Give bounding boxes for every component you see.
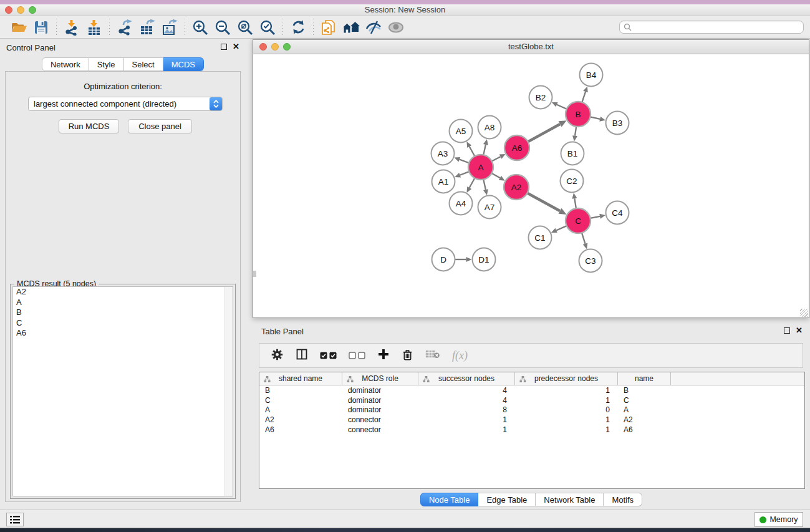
graph-edge-A2-C[interactable] <box>528 193 560 211</box>
graph-edge-B-B1[interactable] <box>575 127 576 136</box>
tab-style[interactable]: Style <box>89 57 124 71</box>
graph-edge-A-A6[interactable] <box>492 157 501 161</box>
show-details-button[interactable] <box>385 17 407 37</box>
zoom-out-button[interactable] <box>211 17 234 37</box>
table-panel: Table Panel ✕ <box>253 324 810 506</box>
table-row[interactable]: Bdominator41B <box>259 385 804 395</box>
graph-edge-arrowhead <box>572 193 577 199</box>
zoom-window-button[interactable] <box>29 6 36 14</box>
export-network-button[interactable] <box>113 17 136 37</box>
table-row[interactable]: Adominator80A <box>259 405 804 415</box>
zoom-fit-button[interactable] <box>234 17 256 37</box>
mcds-result-item[interactable]: A <box>13 297 233 308</box>
graph-edge-C-C1[interactable] <box>556 226 567 230</box>
zoom-selected-button[interactable] <box>256 17 279 37</box>
table-float-panel-icon[interactable] <box>784 327 790 334</box>
graph-node-label: B <box>575 110 581 119</box>
table-delete-table-button[interactable] <box>425 349 440 362</box>
tab-edge-table[interactable]: Edge Table <box>478 493 536 506</box>
graph-edge-A-A3[interactable] <box>460 160 469 163</box>
graph-edge-C-C4[interactable] <box>591 216 600 218</box>
table-deselect-all-button[interactable] <box>349 352 365 359</box>
tab-network[interactable]: Network <box>42 57 89 71</box>
graph-edge-C-C3[interactable] <box>582 233 586 244</box>
network-close-button[interactable] <box>259 43 267 51</box>
network-canvas-svg: B4B2BB3A8A5A6A3B1AA1C2A2A4A7C4CC1C3DD1 <box>253 54 809 318</box>
tab-mcds[interactable]: MCDS <box>163 57 204 71</box>
graph-edge-A-A4[interactable] <box>470 178 475 188</box>
tab-motifs[interactable]: Motifs <box>604 493 642 506</box>
home-button[interactable] <box>340 17 362 37</box>
minimize-window-button[interactable] <box>17 6 24 14</box>
save-session-button[interactable] <box>30 17 52 37</box>
network-zoom-button[interactable] <box>283 43 291 51</box>
close-panel-icon[interactable]: ✕ <box>233 44 239 50</box>
search-input[interactable] <box>632 23 799 32</box>
result-scrollbar[interactable] <box>224 287 233 496</box>
clone-network-button[interactable] <box>317 17 340 37</box>
graph-edge-A-A8[interactable] <box>483 145 486 155</box>
function-builder-button[interactable]: f(x) <box>452 349 468 362</box>
table-columns-button[interactable] <box>296 348 308 363</box>
open-file-button[interactable] <box>7 17 30 37</box>
table-cell: A6 <box>618 425 671 434</box>
column-header-successor-nodes[interactable]: successor nodes <box>418 372 515 385</box>
mcds-result-item[interactable]: B <box>13 307 233 318</box>
table-settings-button[interactable] <box>271 348 284 364</box>
status-bar: Memory <box>0 510 810 528</box>
double-house-icon <box>342 20 360 35</box>
mcds-result-item[interactable]: A6 <box>13 328 233 339</box>
network-canvas[interactable]: B4B2BB3A8A5A6A3B1AA1C2A2A4A7C4CC1C3DD1 <box>253 54 809 317</box>
tab-select[interactable]: Select <box>124 57 163 71</box>
table-row[interactable]: A6connector11A6 <box>259 425 804 435</box>
graph-edge-A-A1[interactable] <box>460 172 470 175</box>
mcds-result-item[interactable]: C <box>13 318 233 329</box>
graph-node-label: A2 <box>511 183 522 192</box>
memory-button[interactable]: Memory <box>755 512 803 527</box>
resize-grip[interactable] <box>800 309 808 317</box>
column-header-MCDS-role[interactable]: MCDS role <box>342 372 418 385</box>
column-header-predecessor-nodes[interactable]: predecessor nodes <box>515 372 618 385</box>
export-table-button[interactable] <box>136 17 158 37</box>
refresh-layout-button[interactable] <box>287 17 309 37</box>
close-window-button[interactable] <box>5 6 12 14</box>
graph-edge-C-C2[interactable] <box>574 198 576 208</box>
unchecked-box-icon <box>349 352 356 359</box>
graph-edge-B-B2[interactable] <box>557 105 567 109</box>
tab-node-table[interactable]: Node Table <box>420 493 479 506</box>
table-delete-button[interactable] <box>402 348 413 364</box>
graph-edge-A-A5[interactable] <box>470 147 475 157</box>
run-mcds-button[interactable]: Run MCDS <box>59 119 119 133</box>
column-header-shared-name[interactable]: shared name <box>259 372 342 385</box>
mcds-result-list[interactable]: A2ABCA6 <box>12 286 233 496</box>
zoom-in-button[interactable] <box>189 17 211 37</box>
table-close-panel-icon[interactable]: ✕ <box>796 327 803 334</box>
graph-edge-B-B4[interactable] <box>582 92 586 102</box>
table-tabs: Node Table Edge Table Network Table Moti… <box>253 493 810 506</box>
float-panel-icon[interactable] <box>221 44 227 50</box>
table-row[interactable]: A2connector11A2 <box>259 415 804 425</box>
import-network-button[interactable] <box>60 17 83 37</box>
optimization-criterion-dropdown[interactable]: largest connected component (directed) <box>28 97 223 111</box>
tab-network-table[interactable]: Network Table <box>536 493 604 506</box>
table-select-all-button[interactable] <box>320 352 337 359</box>
graph-edge-A-A2[interactable] <box>491 173 499 178</box>
close-panel-button[interactable]: Close panel <box>128 119 192 133</box>
table-cell: C <box>618 396 671 405</box>
graph-edge-A-A7[interactable] <box>483 180 486 190</box>
graph-edge-A6-B[interactable] <box>528 124 561 142</box>
task-history-button[interactable] <box>6 513 24 526</box>
toggle-graphics-details-button[interactable] <box>362 17 385 37</box>
desktop-background <box>0 528 810 532</box>
table-cell: dominator <box>342 386 418 395</box>
network-minimize-button[interactable] <box>271 43 279 51</box>
export-image-button[interactable] <box>158 17 181 37</box>
column-header-name[interactable]: name <box>618 372 671 385</box>
table-add-button[interactable] <box>377 348 390 363</box>
import-table-button[interactable] <box>83 17 105 37</box>
graph-node-label: A3 <box>438 149 448 158</box>
mcds-result-item[interactable]: A2 <box>13 287 233 297</box>
graph-edge-B-B3[interactable] <box>591 117 600 118</box>
search-field[interactable] <box>619 21 804 34</box>
table-row[interactable]: Cdominator41C <box>259 395 804 405</box>
